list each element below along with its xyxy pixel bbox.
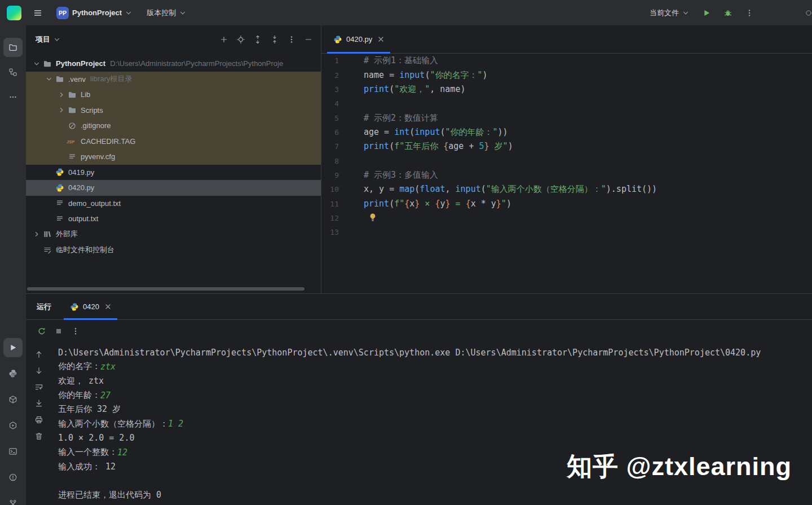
rerun-icon[interactable] bbox=[35, 324, 48, 338]
console-stdout: 输入成功： 12 bbox=[58, 462, 116, 472]
editor-tab[interactable]: 0420.py bbox=[327, 25, 390, 53]
chevron-down-icon[interactable] bbox=[32, 60, 42, 67]
code-token: name = bbox=[364, 70, 399, 80]
packages-icon[interactable] bbox=[3, 390, 23, 409]
chevron-down-icon[interactable] bbox=[54, 36, 60, 43]
close-tab-icon[interactable] bbox=[378, 36, 384, 42]
code-editor[interactable]: 1# 示例1：基础输入2name = input("你的名字：")3print(… bbox=[321, 54, 812, 293]
code-line[interactable]: 6age = int(input("你的年龄：")) bbox=[321, 125, 812, 139]
code-token: input bbox=[456, 184, 481, 194]
tree-item[interactable]: Lib bbox=[26, 87, 321, 103]
project-panel-title[interactable]: 项目 bbox=[36, 34, 50, 45]
tree-item[interactable]: demo_output.txt bbox=[26, 196, 321, 212]
more-actions-button[interactable] bbox=[741, 5, 758, 21]
tree-item[interactable]: JSPCACHEDIR.TAG bbox=[26, 134, 321, 150]
run-tab[interactable]: 0420 bbox=[64, 294, 117, 319]
run-tool-window: 运行 0420 D:\Users\Administrator\PycharmPr… bbox=[26, 293, 812, 505]
tree-item-label: 临时文件和控制台 bbox=[56, 245, 114, 255]
code-line-text: print(f"五年后你 {age + 5} 岁") bbox=[339, 141, 513, 152]
code-line[interactable]: 7print(f"五年后你 {age + 5} 岁") bbox=[321, 139, 812, 153]
run-button[interactable] bbox=[698, 5, 715, 21]
tree-item[interactable]: Scripts bbox=[26, 103, 321, 118]
code-line[interactable]: 12 bbox=[321, 211, 812, 225]
code-line[interactable]: 10x, y = map(float, input("输入两个小数（空格分隔）：… bbox=[321, 182, 812, 196]
tree-item[interactable]: pyvenv.cfg bbox=[26, 149, 321, 165]
chevron-right-icon[interactable] bbox=[56, 91, 67, 98]
code-line[interactable]: 8 bbox=[321, 153, 812, 168]
tree-item[interactable]: .venvlibrary根目录 bbox=[26, 72, 321, 87]
code-line[interactable]: 4 bbox=[321, 96, 812, 111]
main-menu-icon[interactable] bbox=[29, 5, 46, 21]
kebab-icon[interactable] bbox=[285, 33, 298, 46]
run-tab-label: 0420 bbox=[83, 302, 99, 311]
collapse-all-icon[interactable] bbox=[268, 33, 281, 46]
console-line: 欢迎， ztx bbox=[58, 374, 812, 388]
code-token: float bbox=[420, 184, 445, 194]
tree-item[interactable]: 0419.py bbox=[26, 165, 321, 181]
hide-panel-icon[interactable] bbox=[302, 33, 315, 46]
python-console-icon[interactable] bbox=[3, 364, 23, 383]
run-panel-title: 运行 bbox=[37, 294, 51, 319]
code-token: "输入两个小数（空格分隔）：" bbox=[486, 184, 606, 194]
chevron-right-icon[interactable] bbox=[32, 231, 42, 238]
code-token: , bbox=[445, 184, 456, 194]
code-line[interactable]: 13 bbox=[321, 225, 812, 239]
vcs-widget[interactable]: 版本控制 bbox=[142, 5, 191, 21]
project-selector[interactable]: PP PythonProject bbox=[52, 5, 136, 21]
services-icon[interactable] bbox=[3, 416, 23, 435]
problems-icon[interactable] bbox=[3, 468, 23, 487]
code-line[interactable]: 1# 示例1：基础输入 bbox=[321, 54, 812, 68]
clear-icon[interactable] bbox=[32, 428, 46, 444]
down-arrow-icon[interactable] bbox=[32, 362, 46, 379]
horizontal-scrollbar[interactable] bbox=[27, 287, 304, 291]
kebab-icon[interactable] bbox=[69, 324, 82, 338]
project-folder-icon[interactable] bbox=[3, 38, 23, 57]
console-line bbox=[58, 474, 812, 488]
more-horizontal-icon[interactable] bbox=[3, 87, 23, 107]
chevron-right-icon[interactable] bbox=[56, 107, 67, 113]
debug-button[interactable] bbox=[720, 5, 736, 21]
line-number: 6 bbox=[321, 128, 339, 137]
locate-icon[interactable] bbox=[234, 33, 248, 46]
tree-item[interactable]: 临时文件和控制台 bbox=[26, 242, 321, 258]
code-token: "你的名字：" bbox=[430, 70, 482, 80]
terminal-icon[interactable] bbox=[3, 442, 23, 461]
tree-item[interactable]: 0420.py bbox=[26, 180, 321, 196]
line-number: 12 bbox=[321, 214, 339, 222]
tree-item[interactable]: 外部库 bbox=[26, 227, 321, 243]
pycharm-logo-icon[interactable] bbox=[7, 6, 21, 20]
code-token: , name) bbox=[430, 84, 465, 94]
close-tab-icon[interactable] bbox=[105, 304, 111, 310]
run-config-selector[interactable]: 当前文件 bbox=[645, 5, 694, 21]
code-line[interactable]: 9# 示例3：多值输入 bbox=[321, 168, 812, 182]
tree-item[interactable]: .gitignore bbox=[26, 118, 321, 134]
tree-item[interactable]: PythonProjectD:\Users\Administrator\Pych… bbox=[26, 56, 321, 72]
code-line[interactable]: 5# 示例2：数值计算 bbox=[321, 111, 812, 125]
code-token: " bbox=[501, 199, 506, 209]
intention-bulb-icon[interactable] bbox=[368, 213, 377, 222]
python-icon bbox=[54, 183, 65, 192]
scroll-end-icon[interactable] bbox=[32, 395, 46, 411]
chevron-down-icon[interactable] bbox=[44, 76, 54, 82]
vcs-icon[interactable] bbox=[3, 494, 23, 505]
print-icon[interactable] bbox=[32, 411, 46, 428]
code-line[interactable]: 11print(f"{x} × {y} = {x * y}") bbox=[321, 196, 812, 210]
main-toolbar: PP PythonProject 版本控制 当前文件 bbox=[0, 0, 812, 25]
code-line[interactable]: 3print("欢迎，", name) bbox=[321, 82, 812, 96]
clipped-edge-icon[interactable] bbox=[805, 5, 812, 21]
structure-icon[interactable] bbox=[3, 63, 23, 82]
tree-item[interactable]: output.txt bbox=[26, 211, 321, 227]
code-line[interactable]: 2name = input("你的名字：") bbox=[321, 68, 812, 82]
add-icon[interactable] bbox=[217, 33, 231, 46]
console-line: 输入一个整数：12 bbox=[58, 445, 812, 459]
run-icon[interactable] bbox=[3, 338, 23, 357]
expand-all-icon[interactable] bbox=[251, 33, 264, 46]
soft-wrap-icon[interactable] bbox=[32, 379, 46, 395]
up-arrow-icon[interactable] bbox=[32, 346, 46, 362]
code-token: f"五年后你 bbox=[394, 141, 443, 151]
stop-icon[interactable] bbox=[52, 324, 65, 338]
code-line-text: print(f"{x} × {y} = {x * y}") bbox=[339, 199, 511, 209]
code-token: "欢迎，" bbox=[394, 84, 430, 94]
console-stdout: 进程已结束，退出代码为 0 bbox=[58, 490, 161, 500]
console-output[interactable]: D:\Users\Administrator\PycharmProjects\P… bbox=[52, 342, 812, 505]
